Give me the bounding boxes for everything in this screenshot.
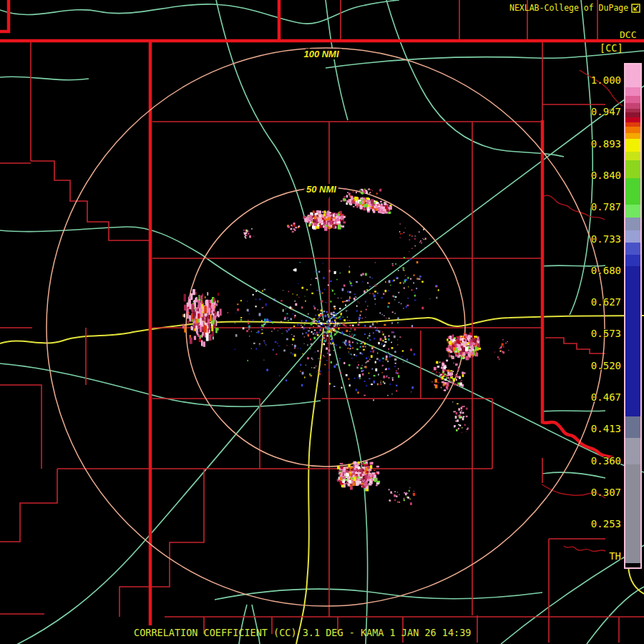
colorbar-label: 0.680 [591, 265, 621, 276]
colorbar-title: DCC [620, 30, 636, 40]
colorbar-segment [625, 103, 640, 109]
brand-text: NEXLAB-College of DuPage [509, 4, 628, 13]
county-lines [0, 0, 644, 643]
echo-east-outliers [494, 339, 509, 360]
colorbar-label: 1.000 [591, 74, 621, 86]
echo-north-west-specks [287, 223, 300, 233]
colorbar-segment [625, 255, 640, 266]
colorbar-segment [625, 139, 640, 152]
colorbar-segment [625, 230, 640, 243]
radar-viewer: 50 NMI 100 NMI NEXLAB-College of DuPage … [0, 0, 644, 644]
colorbar-label: TH [609, 550, 621, 562]
colorbar-segment [625, 133, 640, 139]
range-ring-label-50nmi: 50 NMI [306, 184, 336, 195]
colorbar-label: 0.947 [591, 106, 621, 117]
specks-ne [399, 223, 426, 252]
expand-icon[interactable] [631, 4, 640, 13]
colorbar-segment [625, 87, 640, 96]
clutter-n [361, 257, 439, 309]
colorbar-label: 0.360 [591, 455, 621, 467]
colorbar-label: 0.733 [591, 233, 621, 245]
echo-layer [182, 188, 509, 505]
colorbar-label: 0.467 [591, 391, 621, 403]
colorbar-segment [625, 243, 640, 255]
colorbar-label: 0.413 [591, 423, 621, 434]
radar-map: 50 NMI 100 NMI [0, 0, 644, 644]
colorbar [624, 63, 642, 569]
echo-far-west-specks [243, 228, 254, 239]
echo-north-blob [303, 210, 346, 231]
colorbar-label: 0.520 [591, 360, 621, 371]
echo-east-trail [452, 401, 469, 433]
brand-header: NEXLAB-College of DuPage [509, 4, 640, 13]
colorbar-segment [625, 266, 640, 416]
road-lines [0, 316, 644, 644]
colorbar-segment [625, 127, 640, 133]
colorbar-segment [625, 112, 640, 117]
colorbar-segment [625, 178, 640, 205]
clutter-w [228, 298, 293, 350]
colorbar-segment [625, 160, 640, 178]
colorbar-segment [625, 464, 640, 563]
product-status-line: CORRELATION COEFFICIENT (CC) 3.1 DEG - K… [134, 628, 471, 638]
echo-east-cluster [446, 333, 481, 361]
colorbar-label: 0.573 [591, 328, 621, 339]
colorbar-label: 0.253 [591, 518, 621, 530]
colorbar-segment [625, 416, 640, 438]
colorbar-segment [625, 438, 640, 464]
colorbar-label: 0.893 [591, 138, 621, 150]
colorbar-segment [625, 96, 640, 103]
highway-lines [0, 0, 644, 644]
echo-south-trail [389, 487, 415, 504]
colorbar-label: 0.840 [591, 170, 621, 181]
colorbar-segment [625, 152, 640, 160]
colorbar-label: 0.307 [591, 487, 621, 498]
colorbar-segment [625, 64, 640, 87]
range-ring-label-100nmi: 100 NMI [303, 49, 339, 59]
colorbar-segment [625, 218, 640, 230]
colorbar-segment [625, 205, 640, 218]
colorbar-label: 0.787 [591, 201, 621, 213]
echo-west-cluster [182, 289, 222, 347]
colorbar-segment [625, 563, 640, 567]
colorbar-units: [CC] [600, 43, 623, 54]
colorbar-label: 0.627 [591, 296, 621, 308]
colorbar-segment [625, 117, 640, 122]
echo-north-streak [341, 195, 392, 214]
